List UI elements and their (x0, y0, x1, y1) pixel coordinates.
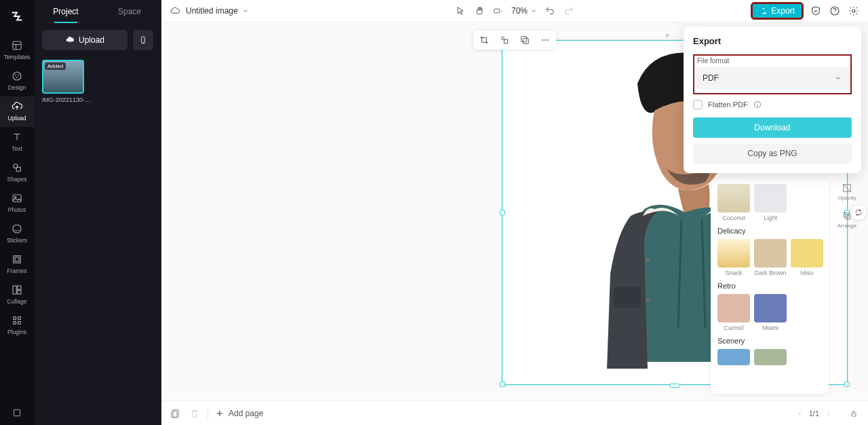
prev-page-icon[interactable] (795, 409, 804, 418)
filter-light[interactable]: Light (754, 184, 787, 221)
tab-project[interactable]: Project (34, 0, 98, 23)
cursor-tool[interactable] (454, 5, 467, 17)
bottom-bar: Add page 1/1 (161, 401, 868, 425)
asset-thumbnail[interactable]: Added (42, 60, 84, 94)
svg-rect-15 (15, 257, 19, 261)
upload-icon (11, 100, 23, 113)
design-icon (11, 70, 23, 82)
export-button[interactable]: Export (751, 3, 803, 19)
svg-rect-20 (18, 317, 21, 320)
download-button[interactable]: Download (693, 117, 852, 138)
frames-icon (11, 253, 23, 265)
resize-handle-bl[interactable] (500, 382, 505, 387)
filter-carmel[interactable]: Carmel (717, 294, 750, 331)
svg-rect-44 (844, 212, 848, 217)
rail-label: Photos (8, 206, 26, 213)
rail-photos[interactable]: Photos (0, 188, 34, 219)
filter-scenery-1[interactable] (717, 349, 750, 365)
top-bar: Untitled image 70% Export (161, 0, 868, 22)
rail-upload[interactable]: Upload (0, 96, 34, 127)
collage-icon (11, 284, 23, 296)
cloud-sync-icon[interactable] (170, 5, 180, 16)
undo-button[interactable] (544, 5, 556, 17)
app-logo[interactable] (9, 8, 25, 24)
upload-button[interactable]: Upload (42, 30, 127, 50)
svg-point-9 (14, 164, 18, 168)
svg-point-6 (16, 77, 18, 78)
plugins-icon (11, 314, 23, 327)
resize-handle-b[interactable] (669, 384, 680, 388)
filter-snack[interactable]: Snack (717, 239, 750, 276)
document-title[interactable]: Untitled image (186, 6, 249, 16)
copy-icon[interactable] (518, 33, 532, 47)
filter-miso[interactable]: Miso (791, 239, 823, 276)
rail-design[interactable]: Design (0, 66, 34, 96)
plus-icon (215, 409, 224, 418)
text-icon (11, 131, 23, 143)
trash-icon[interactable] (189, 407, 201, 420)
rail-frames[interactable]: Frames (0, 249, 34, 280)
next-page-icon[interactable] (825, 409, 833, 418)
section-scenery: Scenery (717, 337, 822, 345)
rail-stickers[interactable]: Stickers (0, 219, 34, 249)
aspect-tool[interactable] (492, 5, 505, 17)
more-icon[interactable] (538, 33, 552, 47)
cutout-icon[interactable] (498, 33, 511, 47)
pages-icon[interactable] (170, 407, 182, 420)
shield-icon[interactable] (810, 5, 822, 17)
svg-point-28 (835, 13, 835, 14)
rail-plugins[interactable]: Plugins (0, 310, 34, 341)
file-format-select[interactable]: PDF (696, 67, 849, 89)
filter-miami[interactable]: Miami (754, 294, 787, 331)
opacity-tool[interactable]: Opacity (837, 183, 856, 201)
section-retro: Retro (717, 282, 822, 290)
settings-icon[interactable] (848, 5, 860, 17)
rail-templates[interactable]: Templates (0, 35, 34, 66)
svg-point-30 (501, 37, 504, 39)
redo-button[interactable] (563, 5, 575, 17)
asset-name: IMG-20221130-WA0... (42, 96, 96, 103)
rail-label: Upload (8, 115, 26, 122)
svg-rect-22 (18, 322, 21, 325)
crop-icon[interactable] (477, 33, 491, 47)
filter-coconut[interactable]: Coconut (717, 184, 750, 221)
copy-png-button[interactable]: Copy as PNG (693, 143, 852, 164)
tab-space[interactable]: Space (98, 0, 161, 23)
device-button[interactable] (133, 30, 153, 50)
export-popover: Export File format PDF Flatten PDF Downl… (684, 26, 861, 173)
selection-toolbar (473, 31, 556, 50)
rail-label: Collage (7, 298, 27, 305)
svg-rect-50 (172, 411, 177, 417)
svg-point-36 (547, 39, 549, 41)
rail-collage[interactable]: Collage (0, 280, 34, 310)
left-rail: Templates Design Upload Text Shapes Phot… (0, 0, 34, 425)
filter-scenery-2[interactable] (754, 349, 787, 365)
export-title: Export (693, 36, 852, 46)
info-icon (753, 100, 762, 109)
flatten-pdf-toggle[interactable]: Flatten PDF (693, 100, 852, 109)
file-format-label: File format (696, 57, 849, 64)
svg-rect-32 (523, 38, 528, 43)
svg-point-29 (852, 10, 855, 12)
svg-point-4 (15, 75, 16, 76)
arrange-tool[interactable]: Arrange (837, 210, 856, 229)
rail-label: Text (12, 145, 22, 152)
svg-point-5 (18, 75, 19, 76)
file-format-group: File format PDF (693, 54, 852, 94)
templates-icon (11, 39, 23, 52)
add-page-button[interactable]: Add page (215, 409, 263, 418)
rail-shapes[interactable]: Shapes (0, 158, 34, 188)
export-icon (760, 7, 768, 15)
resize-handle-l[interactable] (500, 210, 505, 215)
lock-icon[interactable] (848, 407, 860, 420)
help-icon[interactable] (829, 5, 841, 17)
zoom-control[interactable]: 70% (511, 6, 537, 16)
canvas-area[interactable]: Page 1 (161, 22, 868, 401)
svg-rect-17 (18, 286, 21, 289)
filter-darkbrown[interactable]: Dark Brown (754, 239, 787, 276)
hand-tool[interactable] (473, 5, 486, 17)
rail-help-icon[interactable] (0, 402, 34, 425)
svg-point-35 (545, 39, 546, 41)
rail-text[interactable]: Text (0, 127, 34, 158)
chevron-down-icon (530, 7, 537, 14)
